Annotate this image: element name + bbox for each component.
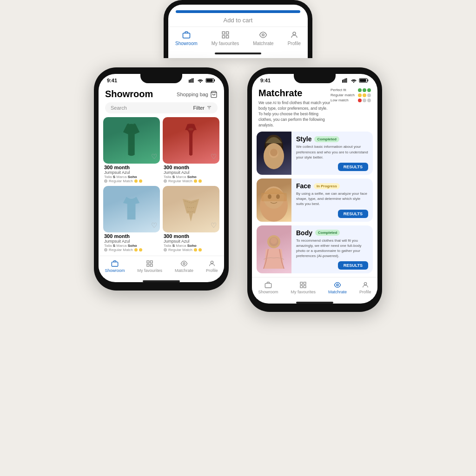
top-nav-profile[interactable]: Profile	[288, 31, 301, 46]
favourites-icon	[221, 31, 230, 40]
matchrate-title: Matchrate	[258, 88, 331, 99]
right-bottom-nav: Showroom My favourites Matchrate Profile	[252, 277, 377, 299]
left-nav-matchrate-label: Matchrate	[175, 268, 193, 273]
svg-rect-9	[192, 78, 193, 83]
left-nav-favourites[interactable]: My favourites	[137, 260, 162, 273]
top-nav-matchrate[interactable]: Matchrate	[253, 31, 273, 46]
legend-low: Low match	[331, 98, 371, 102]
legend-perfect: Perfect fit	[331, 88, 371, 92]
match-label-4: Regular Match	[168, 248, 192, 252]
showroom-header: Showroom Shopping bag	[99, 84, 224, 102]
heart-button-1[interactable]: ♡	[151, 152, 157, 161]
legend-low-label: Low match	[331, 98, 356, 102]
product-name-2: Jumpsuit Azul	[164, 170, 218, 175]
legend-regular: Regular match	[331, 93, 371, 97]
svg-rect-6	[189, 80, 190, 83]
top-nav-favourites-label: My favourites	[212, 41, 239, 46]
svg-rect-13	[214, 79, 215, 81]
left-nav-showroom[interactable]: Showroom	[105, 260, 125, 273]
add-to-cart-label: Add to cart	[168, 17, 308, 26]
top-nav-favourites[interactable]: My favourites	[212, 31, 239, 46]
match-row-4: Regular Match	[164, 248, 218, 252]
product-name-3: Jumpsuit Azul	[104, 239, 159, 244]
right-nav-matchrate[interactable]: Matchrate	[328, 281, 347, 294]
svg-rect-32	[367, 79, 368, 81]
svg-rect-0	[222, 32, 225, 34]
svg-point-29	[353, 82, 354, 83]
style-card-content: Style Completed We collect basic informa…	[291, 132, 373, 175]
matchrate-card-face[interactable]: Face In Progress By using a selfie, we c…	[257, 178, 373, 222]
left-nav-favourites-label: My favourites	[137, 268, 162, 273]
left-phone: 9:41 Showroom Shopping bag Search	[94, 67, 229, 291]
body-card-results-button[interactable]: RESULTS	[338, 261, 368, 270]
match-row-2: Regular Match	[164, 179, 218, 183]
style-card-image	[257, 132, 291, 175]
left-phone-screen: 9:41 Showroom Shopping bag Search	[99, 74, 224, 282]
body-card-desc: To recommend clothes that will fit you a…	[296, 238, 368, 259]
svg-point-24	[211, 261, 213, 264]
search-placeholder: Search	[111, 105, 127, 111]
right-nav-profile-label: Profile	[359, 290, 371, 294]
matchrate-card-body[interactable]: Body Completed To recommend clothes that…	[257, 225, 373, 274]
face-card-badge: In Progress	[314, 183, 340, 189]
product-meta-1: Talla S Marca Soho	[104, 175, 159, 179]
product-info-3: 300 month Jumpsuit Azul Talla S Marca So…	[103, 232, 160, 252]
top-nav-profile-label: Profile	[288, 41, 301, 46]
right-nav-favourites[interactable]: My favourites	[291, 281, 316, 294]
right-phone: 9:41 Matchrate We use AI to find clothes…	[247, 67, 382, 312]
right-nav-showroom[interactable]: Showroom	[258, 281, 278, 294]
style-card-desc: We collect basic information about your …	[296, 144, 368, 160]
product-price-2: 300 month	[164, 165, 218, 170]
top-nav-matchrate-label: Matchrate	[253, 41, 273, 46]
product-card-1[interactable]: ♡ 300 month Jumpsuit Azul Talla S Marca …	[103, 117, 160, 183]
product-meta-4: Talla S Marca Soho	[164, 244, 218, 248]
top-phone: Add to cart Showroom My favourites Match…	[164, 0, 312, 58]
matchrate-icon	[259, 31, 267, 40]
filter-label: Filter	[193, 105, 205, 111]
match-label-2: Regular Match	[168, 179, 192, 183]
top-nav-showroom-label: Showroom	[175, 41, 198, 46]
left-nav-matchrate[interactable]: Matchrate	[175, 260, 193, 273]
left-nav-showroom-label: Showroom	[105, 268, 125, 273]
svg-rect-48	[304, 286, 306, 288]
right-notch	[294, 74, 336, 83]
product-price-1: 300 month	[104, 165, 159, 170]
face-card-content: Face In Progress By using a selfie, we c…	[291, 178, 373, 222]
right-phone-screen: 9:41 Matchrate We use AI to find clothes…	[252, 74, 377, 304]
matchrate-info-row: Matchrate We use AI to find clothes that…	[252, 84, 377, 132]
svg-point-50	[337, 284, 338, 286]
face-card-title: Face	[296, 182, 311, 190]
svg-point-5	[293, 32, 296, 35]
heart-button-2[interactable]: ♡	[211, 152, 217, 161]
filter-button[interactable]: Filter	[193, 105, 212, 111]
matchrate-card-style[interactable]: Style Completed We collect basic informa…	[257, 132, 373, 175]
heart-button-3[interactable]: ♡	[151, 221, 157, 230]
match-label-1: Regular Match	[109, 179, 133, 183]
face-card-results-button[interactable]: RESULTS	[338, 210, 368, 218]
profile-icon	[290, 31, 298, 40]
svg-point-45	[271, 238, 277, 244]
product-price-3: 300 month	[104, 233, 159, 239]
product-meta-3: Talla S Marca Soho	[104, 244, 159, 248]
heart-button-4[interactable]: ♡	[211, 221, 217, 230]
top-phone-nav: Showroom My favourites Matchrate Profile	[168, 26, 308, 51]
svg-rect-28	[346, 78, 347, 83]
product-card-2[interactable]: ♡ 300 month Jumpsuit Azul Talla S Marca …	[163, 117, 219, 183]
product-card-3[interactable]: ♡ 300 month Jumpsuit Azul Talla S Marca …	[103, 186, 160, 252]
match-label-3: Regular Match	[109, 248, 133, 252]
product-card-4[interactable]: ♡ 300 month Jumpsuit Azul Talla S Marca …	[163, 186, 219, 252]
right-nav-profile[interactable]: Profile	[359, 281, 371, 294]
left-nav-profile[interactable]: Profile	[206, 260, 218, 273]
style-card-results-button[interactable]: RESULTS	[338, 163, 368, 171]
left-time: 9:41	[107, 78, 117, 83]
right-nav-showroom-label: Showroom	[258, 290, 278, 294]
svg-rect-22	[147, 264, 149, 266]
matchrate-info-left: Matchrate We use AI to find clothes that…	[258, 88, 331, 128]
phones-row: 9:41 Showroom Shopping bag Search	[94, 67, 382, 312]
top-phone-action-bar	[176, 10, 300, 13]
legend-perfect-label: Perfect fit	[331, 88, 356, 92]
right-nav-favourites-label: My favourites	[291, 290, 316, 294]
shopping-bag-button[interactable]: Shopping bag	[177, 91, 218, 98]
top-nav-showroom[interactable]: Showroom	[175, 31, 198, 46]
search-bar[interactable]: Search Filter	[105, 102, 218, 113]
